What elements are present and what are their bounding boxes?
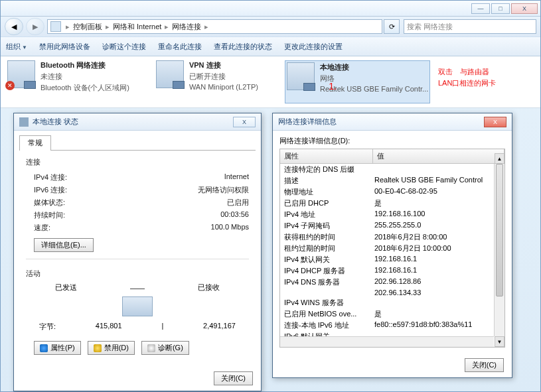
connection-device: Bluetooth 设备(个人区域网) xyxy=(40,83,129,93)
property-key: IPv4 地址 xyxy=(280,210,373,220)
value-duration: 00:03:56 xyxy=(220,210,249,220)
maximize-button[interactable]: □ xyxy=(491,3,510,14)
refresh-button[interactable]: ⟳ xyxy=(384,19,400,34)
property-row[interactable]: 已启用 NetBIOS ove...是 xyxy=(280,308,504,320)
shield-icon xyxy=(147,344,155,352)
property-row[interactable]: IPv4 默认网关192.168.16.1 xyxy=(280,254,504,265)
diagnose-button[interactable]: 诊断(G) xyxy=(141,341,189,355)
connection-device: Realtek USB GBE Family Contr... xyxy=(320,85,428,93)
forward-button[interactable]: ▶ xyxy=(26,18,44,35)
breadcrumb-network[interactable]: 网络和 Internet xyxy=(113,22,161,32)
scroll-down-icon[interactable]: ▼ xyxy=(495,336,504,347)
connection-device: WAN Miniport (L2TP) xyxy=(189,83,258,91)
dialog-close-button[interactable]: X xyxy=(233,117,256,127)
label-bytes: 字节: xyxy=(39,322,56,332)
property-row[interactable]: IPv4 WINS 服务器 xyxy=(280,297,504,308)
property-key: IPv4 子网掩码 xyxy=(280,221,373,231)
value-bytes-recv: 2,491,167 xyxy=(203,322,236,332)
connections-pane: ✕ Bluetooth 网络连接 未连接 Bluetooth 设备(个人区域网)… xyxy=(1,56,540,108)
property-value: Realtek USB GBE Family Control xyxy=(373,176,504,186)
property-row[interactable]: 获得租约的时间2018年6月2日 8:00:00 xyxy=(280,231,504,243)
disable-device-button[interactable]: 禁用此网络设备 xyxy=(39,42,90,52)
property-row[interactable]: 租约过期的时间2018年6月2日 10:00:00 xyxy=(280,243,504,254)
activity-icon xyxy=(122,296,153,316)
col-property[interactable]: 属性 xyxy=(280,149,373,163)
close-dialog-button[interactable]: 关闭(C) xyxy=(465,358,504,372)
property-row[interactable]: IPv4 子网掩码255.255.255.0 xyxy=(280,220,504,231)
property-key: 已启用 NetBIOS ove... xyxy=(280,309,373,319)
close-dialog-button[interactable]: 关闭(C) xyxy=(214,371,253,385)
connection-title: Bluetooth 网络连接 xyxy=(40,60,129,70)
property-key: IPv4 DHCP 服务器 xyxy=(280,266,373,276)
label-received: 已接收 xyxy=(198,283,220,293)
status-dialog: 本地连接 状态 X 常规 连接 IPv4 连接:Internet IPv6 连接… xyxy=(13,113,262,391)
property-value: 00-E0-4C-68-02-95 xyxy=(373,187,504,197)
property-row[interactable]: 已启用 DHCP是 xyxy=(280,198,504,209)
property-row[interactable]: IPv4 DNS 服务器202.96.128.86 xyxy=(280,277,504,288)
address-row: ◀ ▶ ▸ 控制面板 ▸ 网络和 Internet ▸ 网络连接 ▸ ⟳ 搜索 … xyxy=(1,17,540,36)
disconnected-icon: ✕ xyxy=(5,81,15,90)
folder-icon xyxy=(50,21,61,32)
property-row[interactable]: 描述Realtek USB GBE Family Control xyxy=(280,175,504,186)
property-row[interactable]: IPv4 地址192.168.16.100 xyxy=(280,209,504,220)
property-key: 连接-本地 IPv6 地址 xyxy=(280,320,373,330)
disable-button[interactable]: 禁用(D) xyxy=(88,341,135,355)
back-button[interactable]: ◀ xyxy=(5,18,23,35)
breadcrumb-connections[interactable]: 网络连接 xyxy=(172,22,201,32)
property-row[interactable]: 连接特定的 DNS 后缀 xyxy=(280,164,504,175)
section-connection: 连接 xyxy=(26,157,249,167)
connection-vpn[interactable]: VPN 连接 已断开连接 WAN Miniport (L2TP) xyxy=(156,60,258,103)
scrollbar-vertical[interactable]: ▲ ▼ xyxy=(494,164,504,336)
breadcrumb-sep: ▸ xyxy=(66,23,70,31)
value-bytes-sent: 415,801 xyxy=(96,322,122,332)
label-ipv4: IPv4 连接: xyxy=(34,172,67,182)
scroll-thumb[interactable] xyxy=(496,164,503,296)
scroll-up-icon[interactable]: ▲ xyxy=(495,153,504,164)
search-input[interactable]: 搜索 网络连接 xyxy=(404,19,536,34)
label-duration: 持续时间: xyxy=(34,210,65,220)
details-button[interactable]: 详细信息(E)... xyxy=(34,238,94,252)
shield-icon xyxy=(40,344,48,352)
property-key xyxy=(280,289,373,296)
property-row[interactable]: 物理地址00-E0-4C-68-02-95 xyxy=(280,186,504,198)
organize-menu[interactable]: 组织▼ xyxy=(6,42,27,52)
label-media: 媒体状态: xyxy=(34,198,65,208)
property-value: 255.255.255.0 xyxy=(373,221,504,231)
connection-title: 本地连接 xyxy=(320,62,428,72)
dialog-titlebar: 本地连接 状态 X xyxy=(14,113,261,131)
close-button[interactable]: X xyxy=(511,3,538,14)
property-row[interactable]: IPv4 DHCP 服务器192.168.16.1 xyxy=(280,265,504,277)
change-settings-button[interactable]: 更改此连接的设置 xyxy=(284,42,343,52)
tab-bar: 常规 xyxy=(19,135,256,151)
breadcrumb[interactable]: ▸ 控制面板 ▸ 网络和 Internet ▸ 网络连接 ▸ xyxy=(47,19,382,34)
tab-general[interactable]: 常规 xyxy=(19,135,51,151)
connection-title: VPN 连接 xyxy=(189,60,258,70)
breadcrumb-control-panel[interactable]: 控制面板 xyxy=(73,22,102,32)
property-key: 物理地址 xyxy=(280,187,373,197)
list-header: 属性 值 xyxy=(280,149,504,164)
connection-local[interactable]: 本地连接 网络 Realtek USB GBE Family Contr... xyxy=(285,60,430,103)
property-key: 获得租约的时间 xyxy=(280,232,373,242)
label-sent: 已发送 xyxy=(55,283,77,293)
shield-icon xyxy=(94,344,102,352)
label-speed: 速度: xyxy=(34,223,50,233)
property-key: 已启用 DHCP xyxy=(280,198,373,208)
view-status-button[interactable]: 查看此连接的状态 xyxy=(214,42,272,52)
connection-bluetooth[interactable]: ✕ Bluetooth 网络连接 未连接 Bluetooth 设备(个人区域网) xyxy=(7,60,129,103)
scrollbar-horizontal[interactable] xyxy=(280,336,494,347)
properties-button[interactable]: 属性(P) xyxy=(34,341,81,355)
network-adapter-icon: ✕ xyxy=(7,60,35,88)
value-ipv6: 无网络访问权限 xyxy=(198,185,249,195)
property-row[interactable]: 202.96.134.33 xyxy=(280,288,504,297)
dialog-close-button[interactable]: X xyxy=(484,117,506,127)
minimize-button[interactable]: — xyxy=(471,3,490,14)
activity-dash: —— xyxy=(130,284,145,292)
property-row[interactable]: 连接-本地 IPv6 地址fe80::e597:91d8:bf0:383a%11 xyxy=(280,320,504,331)
dialog-titlebar: 网络连接详细信息 X xyxy=(273,113,512,131)
rename-button[interactable]: 重命名此连接 xyxy=(158,42,202,52)
property-value: 192.168.16.100 xyxy=(373,210,504,220)
col-value[interactable]: 值 xyxy=(373,149,504,163)
diagnose-button[interactable]: 诊断这个连接 xyxy=(102,42,146,52)
property-value: 192.168.16.1 xyxy=(373,266,504,276)
label-ipv6: IPv6 连接: xyxy=(34,185,67,195)
